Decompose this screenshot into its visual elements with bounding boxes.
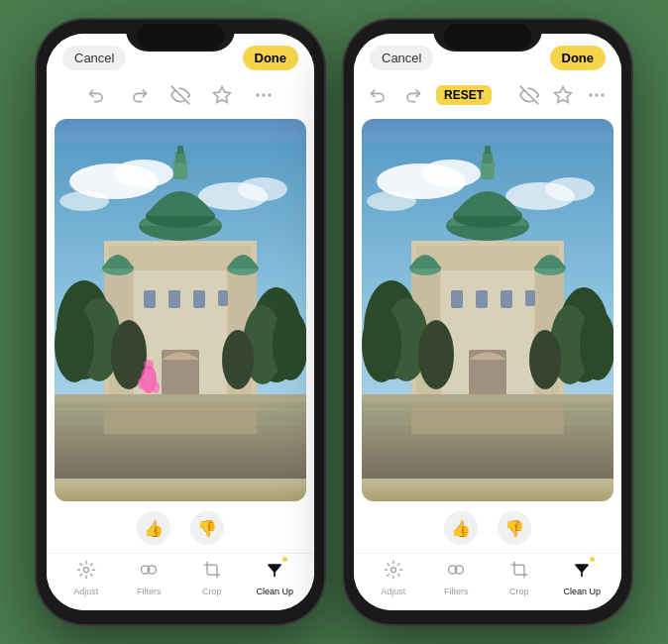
nav-cleanup-right[interactable]: Clean Up (554, 560, 610, 596)
image-area-right (362, 119, 613, 501)
svg-point-84 (529, 330, 561, 389)
image-area-left (55, 119, 306, 501)
nav-filters-right[interactable]: Filters (428, 560, 484, 596)
svg-rect-37 (55, 394, 306, 402)
svg-rect-67 (485, 146, 491, 154)
svg-point-58 (545, 177, 595, 201)
svg-point-46 (83, 568, 88, 573)
svg-point-9 (238, 177, 287, 201)
cleanup-icon-right (572, 560, 592, 585)
feedback-row-left: 👍 👎 (47, 505, 314, 553)
svg-point-2 (257, 93, 260, 96)
cleanup-label-left: Clean Up (256, 587, 293, 596)
more-icon-left[interactable] (250, 81, 278, 109)
redo-icon[interactable] (125, 81, 153, 109)
svg-point-53 (601, 93, 604, 96)
svg-point-44 (138, 377, 146, 389)
svg-point-7 (114, 160, 173, 187)
thumbs-down-left[interactable]: 👎 (190, 511, 224, 545)
crop-icon-left (202, 560, 222, 585)
undo-icon[interactable] (83, 81, 111, 109)
svg-rect-24 (168, 290, 180, 308)
active-dot-left (282, 557, 287, 562)
svg-rect-23 (144, 290, 156, 308)
crop-label-right: Crop (509, 587, 529, 596)
filters-label-left: Filters (137, 587, 162, 596)
svg-point-3 (262, 93, 265, 96)
dynamic-island-right (444, 24, 531, 50)
adjust-icon-left (76, 560, 96, 585)
crop-icon-right (509, 560, 529, 585)
auto-fix-icon-right[interactable] (553, 81, 573, 109)
filters-icon-right (446, 560, 466, 585)
svg-point-30 (55, 307, 94, 382)
adjust-label-left: Adjust (73, 587, 98, 596)
toolbar-right: RESET (354, 77, 621, 115)
cancel-button-right[interactable]: Cancel (370, 46, 433, 70)
nav-crop-right[interactable]: Crop (492, 560, 547, 596)
svg-rect-74 (501, 290, 512, 308)
svg-point-79 (362, 307, 401, 382)
adjust-label-right: Adjust (381, 587, 405, 596)
crop-label-left: Crop (202, 587, 222, 596)
svg-point-43 (144, 360, 154, 370)
thumbs-down-right[interactable]: 👎 (498, 511, 531, 545)
nav-crop-left[interactable]: Crop (184, 560, 240, 596)
feedback-row-right: 👍 👎 (354, 505, 621, 553)
toolbar-left (47, 77, 314, 115)
svg-point-4 (268, 93, 271, 96)
active-dot-right (590, 557, 595, 562)
visibility-off-icon-left[interactable] (167, 81, 194, 109)
svg-point-91 (390, 568, 395, 573)
svg-marker-1 (214, 87, 231, 103)
phone-notch-left (126, 20, 235, 52)
bottom-nav-left: Adjust Filters Crop (47, 553, 314, 610)
svg-point-35 (222, 330, 254, 389)
svg-rect-72 (451, 290, 463, 308)
svg-point-83 (418, 320, 454, 389)
nav-adjust-left[interactable]: Adjust (58, 560, 114, 596)
reset-badge[interactable]: RESET (436, 85, 492, 105)
done-button-left[interactable]: Done (243, 46, 299, 70)
dynamic-island-left (137, 24, 224, 50)
more-icon-right[interactable] (587, 81, 607, 109)
auto-fix-icon-left[interactable] (208, 81, 236, 109)
svg-rect-75 (525, 290, 535, 306)
thumbs-up-right[interactable]: 👍 (444, 511, 478, 545)
svg-rect-25 (193, 290, 205, 308)
svg-point-10 (59, 191, 109, 211)
bottom-nav-right: Adjust Filters Crop (354, 553, 621, 610)
done-button-right[interactable]: Done (550, 46, 607, 70)
nav-filters-left[interactable]: Filters (121, 560, 176, 596)
svg-point-59 (367, 191, 416, 211)
visibility-off-icon-right[interactable] (519, 81, 539, 109)
thumbs-up-left[interactable]: 👍 (137, 511, 170, 545)
svg-point-56 (421, 160, 481, 187)
svg-rect-26 (218, 290, 228, 306)
svg-rect-18 (177, 146, 183, 154)
svg-rect-73 (476, 290, 488, 308)
svg-point-52 (595, 93, 598, 96)
undo-icon-right[interactable] (369, 81, 389, 109)
filters-label-right: Filters (444, 587, 469, 596)
screen-left: Cancel Done (47, 34, 314, 610)
cancel-button-left[interactable]: Cancel (62, 46, 126, 70)
svg-marker-50 (555, 87, 572, 103)
cleanup-icon-left (265, 560, 284, 585)
svg-rect-86 (362, 394, 613, 402)
nav-adjust-right[interactable]: Adjust (366, 560, 421, 596)
redo-icon-right[interactable] (402, 81, 422, 109)
phone-right: Cancel Done RESET (344, 20, 631, 624)
screen-right: Cancel Done RESET (354, 34, 621, 610)
filters-icon-left (139, 560, 159, 585)
svg-point-45 (152, 381, 160, 393)
cleanup-label-right: Clean Up (563, 587, 601, 596)
phone-left: Cancel Done (37, 20, 324, 624)
svg-point-51 (590, 93, 593, 96)
nav-cleanup-left[interactable]: Clean Up (247, 560, 302, 596)
adjust-icon-right (384, 560, 403, 585)
phone-notch-right (433, 20, 542, 52)
